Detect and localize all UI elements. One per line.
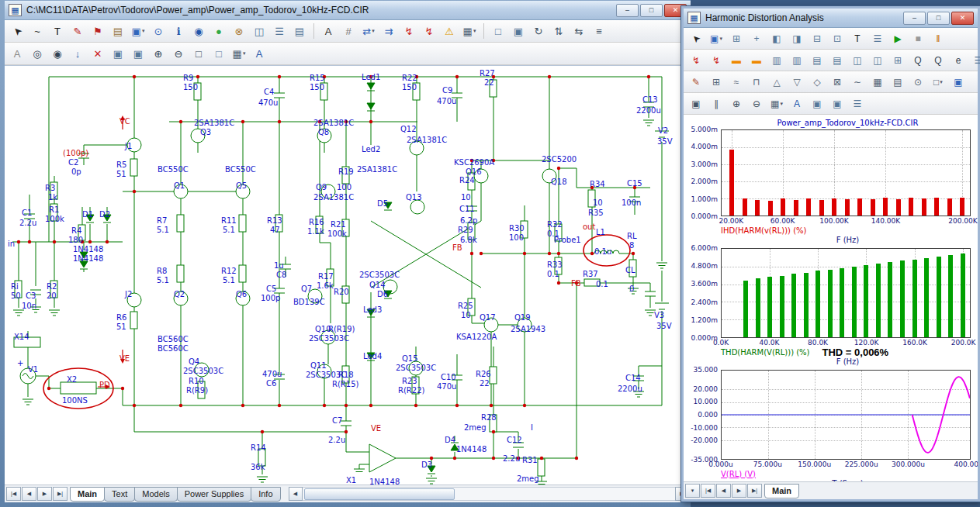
vertical-tag-icon[interactable]: ⊡ xyxy=(827,29,847,48)
nav-button-1[interactable]: ◀ xyxy=(22,487,36,501)
valley-marker-icon[interactable]: ▽ xyxy=(787,73,807,91)
nav-button-2[interactable]: ▶ xyxy=(37,487,52,501)
tab-models[interactable]: Models xyxy=(134,487,177,502)
save-icon[interactable]: ▣ xyxy=(686,95,706,113)
step-icon[interactable]: ⊓ xyxy=(746,73,767,91)
h-scrollbar[interactable]: ◀ ▶ xyxy=(289,488,689,500)
probe-icon[interactable]: ⊙ xyxy=(908,73,928,91)
scale-mode-icon[interactable]: ⊞ xyxy=(726,29,746,48)
data-icon[interactable]: ▣ xyxy=(948,73,968,91)
nav-button-3[interactable]: ▶| xyxy=(53,487,68,501)
nav-button-1[interactable]: ◀ xyxy=(716,484,731,498)
goto-icon[interactable]: ↓ xyxy=(68,44,88,63)
web-icon[interactable]: ● xyxy=(209,22,229,40)
thd-plot[interactable] xyxy=(721,248,971,338)
page-icon[interactable]: □ xyxy=(209,44,229,63)
copy2-icon[interactable]: ▣ xyxy=(827,95,847,113)
add-window-icon[interactable]: ⊞ xyxy=(888,51,908,70)
point-tag-icon[interactable]: ◧ xyxy=(767,29,787,48)
copy-a-icon[interactable]: ▣ xyxy=(108,44,128,63)
overlap-icon[interactable]: ⊠ xyxy=(827,73,847,91)
warning-icon[interactable]: ⚠ xyxy=(439,22,459,40)
maximize-button[interactable]: □ xyxy=(640,4,663,17)
pages-icon[interactable]: □▾ xyxy=(928,73,948,91)
info-icon[interactable]: ℹ xyxy=(168,22,189,40)
nav-button-0[interactable]: |◀ xyxy=(701,484,715,498)
table-icon[interactable]: ▤ xyxy=(888,73,908,91)
charts-area[interactable]: Power_amp_Todorov_10kHz-FCD.CIR 5.000m4.… xyxy=(684,115,978,481)
pencil-icon[interactable]: ✎ xyxy=(686,73,706,91)
pane-dropdown-button[interactable]: ▾ xyxy=(685,484,700,498)
rotate-icon[interactable]: ↻ xyxy=(528,22,549,40)
waveform-plot[interactable] xyxy=(721,370,971,460)
find-icon[interactable]: ◎ xyxy=(27,44,47,63)
node-numbers-icon[interactable]: # xyxy=(338,22,358,40)
analysis-maximize-button[interactable]: □ xyxy=(927,12,950,25)
list2-icon[interactable]: ☰ xyxy=(847,95,867,113)
grid-select-icon[interactable]: ▦▾ xyxy=(767,95,787,113)
tab-text[interactable]: Text xyxy=(104,487,135,502)
new-sheet-icon[interactable]: □ xyxy=(488,22,508,40)
exp-icon[interactable]: e xyxy=(948,51,968,70)
repeat-find-icon[interactable]: ◉ xyxy=(47,44,68,63)
text-mode-icon[interactable]: T xyxy=(47,22,68,40)
grid-select-icon[interactable]: ▦▾ xyxy=(229,44,249,63)
analysis-close-button[interactable]: ✕ xyxy=(951,12,974,25)
select-icon[interactable]: ➤ xyxy=(7,22,27,40)
split-window-icon[interactable]: ◫ xyxy=(249,22,269,40)
select-icon[interactable]: ➤ xyxy=(686,29,706,48)
panes-icon[interactable]: ◫ xyxy=(847,51,867,70)
nav-button-3[interactable]: ▶| xyxy=(747,484,762,498)
properties-icon[interactable]: ≡ xyxy=(589,22,609,40)
zoom-in-icon[interactable]: ⊕ xyxy=(726,95,746,113)
zoom-in-icon[interactable]: ⊕ xyxy=(148,44,168,63)
bolt2-icon[interactable]: ↯ xyxy=(419,22,439,40)
red-wave2-icon[interactable]: ↯ xyxy=(706,51,726,70)
stop-icon[interactable]: ■ xyxy=(908,29,928,48)
wave-icon[interactable]: ∼ xyxy=(847,73,867,91)
close-file-icon[interactable]: ✕ xyxy=(88,44,108,63)
run-icon[interactable]: ▶ xyxy=(888,29,908,48)
text-mode-icon[interactable]: T xyxy=(847,29,867,48)
bars-b-icon[interactable]: ▥ xyxy=(787,51,807,70)
cursor-pair-icon[interactable]: ∥ xyxy=(706,95,726,113)
scroll-track[interactable] xyxy=(303,487,675,501)
diamond-marker-icon[interactable]: ◇ xyxy=(807,73,827,91)
clipboard-icon[interactable]: ▤ xyxy=(108,22,128,40)
smooth-icon[interactable]: ≈ xyxy=(726,73,746,91)
scroll-thumb[interactable] xyxy=(304,488,455,500)
autoscale-icon[interactable]: ▬ xyxy=(746,51,767,70)
peak-marker-icon[interactable]: △ xyxy=(767,73,787,91)
link-icon[interactable]: ⊗ xyxy=(229,22,249,40)
tab-main[interactable]: Main xyxy=(70,487,105,502)
grid-icon[interactable]: ▦▾ xyxy=(459,22,480,40)
cursor-mode-icon[interactable]: + xyxy=(746,29,767,48)
pause-icon[interactable]: ‖ xyxy=(928,29,948,48)
list-icon[interactable]: ☰ xyxy=(269,22,289,40)
add-grid-icon[interactable]: ⊞ xyxy=(706,73,726,91)
scroll-left-button[interactable]: ◀ xyxy=(289,487,303,501)
sheet-info-icon[interactable]: ▤ xyxy=(289,22,310,40)
analysis-titlebar[interactable]: ▦ Harmonic Distortion Analysis – □ ✕ xyxy=(684,9,978,28)
wire-icon[interactable]: ~ xyxy=(27,22,47,40)
tab-power-supplies[interactable]: Power Supplies xyxy=(177,487,251,502)
attributes-icon[interactable]: A xyxy=(318,22,338,40)
copy-page-icon[interactable]: ▣▾ xyxy=(128,22,148,40)
zoom-area-icon[interactable]: □ xyxy=(189,44,209,63)
nav-button-2[interactable]: ▶ xyxy=(732,484,746,498)
minimize-button[interactable]: – xyxy=(616,4,639,17)
copy-b-icon[interactable]: ▣ xyxy=(128,44,148,63)
grid2-icon[interactable]: ▦ xyxy=(867,73,888,91)
tab-main[interactable]: Main xyxy=(764,484,799,498)
zoom-out-icon[interactable]: ⊖ xyxy=(168,44,189,63)
horizontal-tag-icon[interactable]: ⊟ xyxy=(807,29,827,48)
font-mode-icon[interactable]: A xyxy=(7,44,27,63)
ihd-plot[interactable] xyxy=(721,129,971,216)
swap-arrows-icon[interactable]: ⇄▾ xyxy=(358,22,379,40)
q-right-icon[interactable]: Q xyxy=(928,51,948,70)
zoom-out-icon[interactable]: ⊖ xyxy=(746,95,767,113)
tree-icon[interactable]: ☰ xyxy=(867,29,888,48)
flow-arrows-icon[interactable]: ⇉ xyxy=(379,22,399,40)
browse-icon[interactable]: ◉ xyxy=(189,22,209,40)
nav-button-0[interactable]: |◀ xyxy=(6,487,21,501)
